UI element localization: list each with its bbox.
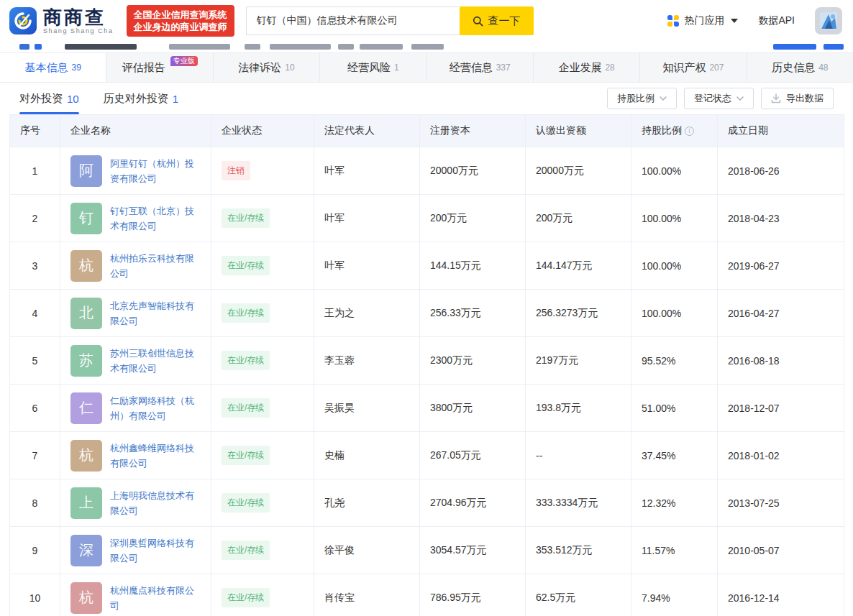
tab-count: 207 — [709, 63, 724, 73]
tab-8[interactable]: 历史信息 48 — [747, 53, 853, 82]
share-ratio: 100.00% — [631, 147, 718, 195]
table-toolbar: 持股比例 登记状态 导出数据 — [607, 88, 834, 109]
filter-dropdown[interactable]: 持股比例 — [607, 88, 677, 109]
legal-rep[interactable]: 叶军 — [314, 147, 420, 195]
company-avatar: 深 — [70, 535, 102, 566]
company-link[interactable]: 杭州魔点科技有限公司 — [110, 583, 201, 613]
column-header: 企业状态 — [211, 115, 314, 147]
company-link[interactable]: 阿里钉钉（杭州）投资有限公司 — [110, 156, 201, 186]
tab-2[interactable]: 评估报告 专业版 — [106, 53, 213, 82]
company-avatar: 杭 — [70, 250, 102, 282]
subtab-label: 历史对外投资 — [104, 92, 168, 106]
tab-6[interactable]: 企业发展 28 — [534, 53, 640, 82]
tab-label: 历史信息 — [772, 61, 815, 75]
subtab-list: 对外投资 10 历史对外投资 1 — [19, 83, 203, 114]
tab-count: 10 — [285, 63, 294, 73]
table-row: 2 钉 钉钉互联（北京）技术有限公司 在业/存续 叶军 200万元 200万元 … — [10, 195, 844, 242]
brand-logo-icon — [9, 7, 37, 35]
company-avatar: 杭 — [70, 582, 102, 614]
data-api-link[interactable]: 数据API — [758, 14, 795, 27]
legal-rep[interactable]: 李玉蓉 — [314, 337, 420, 385]
row-index: 4 — [10, 290, 60, 337]
table-body: 1 阿 阿里钉钉（杭州）投资有限公司 注销 叶军 20000万元 20000万元… — [10, 147, 844, 616]
reg-capital: 267.05万元 — [420, 432, 526, 479]
table-row: 4 北 北京先声智能科技有限公司 在业/存续 王为之 256.33万元 256.… — [10, 290, 844, 337]
search-button-label: 查一下 — [488, 14, 521, 28]
tab-1[interactable]: 基本信息 39 — [0, 53, 106, 82]
row-index: 3 — [10, 242, 60, 290]
tab-7[interactable]: 知识产权 207 — [640, 53, 747, 82]
investments-table-wrap: 序号企业名称企业状态法定代表人注册资本认缴出资额持股比例i成立日期 1 阿 阿里… — [9, 114, 844, 616]
tab-4[interactable]: 经营风险 1 — [320, 53, 426, 82]
clipped-fragment — [270, 44, 331, 50]
share-ratio: 95.52% — [631, 337, 718, 385]
tab-count: 1 — [394, 63, 399, 73]
company-avatar: 杭 — [70, 440, 102, 472]
hot-apps-menu[interactable]: 热门应用 — [667, 14, 738, 27]
table-row: 1 阿 阿里钉钉（杭州）投资有限公司 注销 叶军 20000万元 20000万元… — [10, 147, 844, 195]
tab-3[interactable]: 法律诉讼 10 — [214, 53, 320, 82]
company-link[interactable]: 杭州拍乐云科技有限公司 — [110, 251, 201, 281]
brand-subtitle: Shang Shang Cha — [43, 27, 114, 35]
share-ratio: 7.94% — [631, 574, 718, 616]
table-row: 9 深 深圳奥哲网络科技有限公司 在业/存续 徐平俊 3054.57万元 353… — [10, 527, 844, 574]
tab-label: 经营信息 — [450, 61, 493, 75]
clipped-fragment — [245, 44, 260, 50]
subtab-2[interactable]: 历史对外投资 1 — [104, 83, 178, 114]
establish-date: 2018-01-02 — [718, 432, 844, 479]
reg-capital: 144.15万元 — [420, 242, 526, 290]
company-link[interactable]: 钉钉互联（北京）技术有限公司 — [110, 203, 201, 234]
clipped-fragment — [824, 44, 844, 50]
subtab-count: 1 — [173, 93, 178, 105]
legal-rep[interactable]: 叶军 — [314, 242, 420, 290]
company-link[interactable]: 仁励家网络科技（杭州）有限公司 — [110, 393, 201, 423]
filter-label: 持股比例 — [617, 92, 654, 105]
tab-label: 知识产权 — [662, 61, 706, 75]
user-avatar[interactable] — [815, 7, 842, 35]
tab-label: 法律诉讼 — [238, 61, 281, 75]
investments-table: 序号企业名称企业状态法定代表人注册资本认缴出资额持股比例i成立日期 1 阿 阿里… — [9, 114, 844, 616]
tab-count: 39 — [72, 63, 81, 73]
company-link[interactable]: 深圳奥哲网络科技有限公司 — [110, 535, 201, 566]
company-link[interactable]: 杭州鑫蜂维网络科技有限公司 — [110, 441, 201, 471]
legal-rep[interactable]: 吴振昊 — [314, 385, 420, 432]
row-index: 8 — [10, 479, 60, 527]
subtab-1[interactable]: 对外投资 10 — [19, 83, 79, 114]
tab-5[interactable]: 经营信息 337 — [427, 53, 534, 82]
status-badge: 在业/存续 — [222, 541, 270, 560]
search-bar: 查一下 — [246, 6, 534, 35]
legal-rep[interactable]: 徐平俊 — [314, 527, 420, 574]
establish-date: 2013-07-25 — [718, 479, 844, 527]
chevron-down-icon — [736, 96, 744, 101]
site-header: 商商查 Shang Shang Cha 全国企业信用查询系统 企业身边的商业调查… — [0, 0, 853, 42]
export-data-button[interactable]: 导出数据 — [761, 88, 834, 109]
brand-logo[interactable]: 商商查 Shang Shang Cha — [9, 7, 114, 35]
company-link[interactable]: 苏州三联创世信息技术有限公司 — [110, 346, 201, 376]
tab-count: 28 — [605, 63, 614, 73]
reg-capital: 256.33万元 — [420, 290, 526, 337]
search-input[interactable] — [246, 6, 460, 35]
establish-date: 2019-06-27 — [718, 242, 844, 290]
tab-label: 评估报告 — [122, 61, 165, 75]
paid-capital: 333.3334万元 — [526, 479, 631, 527]
filter-list: 持股比例 登记状态 — [607, 88, 754, 109]
search-button[interactable]: 查一下 — [460, 6, 534, 35]
clipped-fragment — [360, 44, 403, 50]
reg-capital: 786.95万元 — [420, 574, 526, 616]
share-ratio: 11.57% — [631, 527, 718, 574]
legal-rep[interactable]: 孔尧 — [314, 479, 420, 527]
share-ratio: 37.45% — [631, 432, 718, 479]
company-link[interactable]: 上海明我信息技术有限公司 — [110, 488, 201, 518]
legal-rep[interactable]: 肖传宝 — [314, 574, 420, 616]
company-avatar: 钉 — [70, 203, 102, 234]
legal-rep[interactable]: 叶军 — [314, 195, 420, 242]
row-index: 10 — [10, 574, 60, 616]
filter-dropdown[interactable]: 登记状态 — [684, 88, 754, 109]
tab-label: 基本信息 — [25, 61, 68, 75]
clipped-fragment — [169, 44, 230, 50]
legal-rep[interactable]: 王为之 — [314, 290, 420, 337]
legal-rep[interactable]: 史楠 — [314, 432, 420, 479]
tab-label: 企业发展 — [558, 61, 601, 75]
company-link[interactable]: 北京先声智能科技有限公司 — [110, 298, 201, 328]
column-header: 成立日期 — [718, 115, 844, 147]
